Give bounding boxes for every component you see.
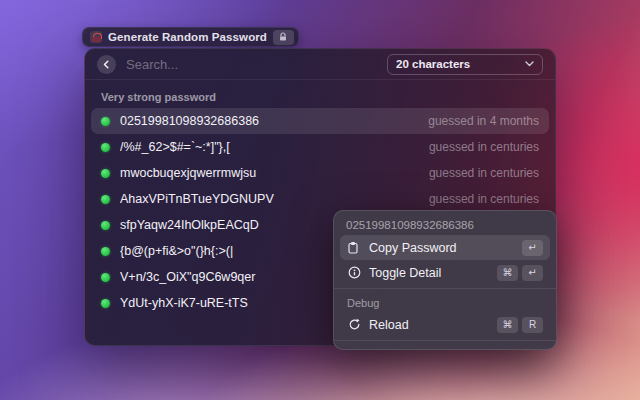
- password-extension-icon: [90, 31, 102, 43]
- action-search-input[interactable]: [334, 340, 556, 350]
- r-key-badge: R: [522, 317, 543, 333]
- menu-item-reload[interactable]: Reload ⌘ R: [340, 312, 550, 337]
- strength-dot-icon: [101, 169, 110, 178]
- password-text: 02519981098932686386: [120, 114, 418, 128]
- strength-dot-icon: [101, 143, 110, 152]
- strength-label: guessed in 4 months: [428, 114, 539, 128]
- password-text: /%#_62>$#=`~:*]"},[: [120, 140, 419, 154]
- character-count-dropdown[interactable]: 20 characters: [387, 54, 543, 75]
- return-key-badge: ↵: [522, 265, 543, 281]
- back-button[interactable]: [97, 55, 116, 74]
- command-tag[interactable]: Generate Random Password: [82, 27, 299, 47]
- section-header: Very strong password: [101, 91, 539, 103]
- menu-item-toggle-detail[interactable]: Toggle Detail ⌘ ↵: [340, 260, 550, 285]
- command-key-badge: ⌘: [497, 317, 518, 333]
- strength-dot-icon: [101, 117, 110, 126]
- strength-label: guessed in centuries: [429, 192, 539, 206]
- reload-icon: [347, 318, 361, 331]
- search-input[interactable]: [126, 57, 377, 72]
- command-key-badge: ⌘: [497, 265, 518, 281]
- menu-item-label: Copy Password: [369, 241, 514, 255]
- strength-dot-icon: [101, 273, 110, 282]
- toggle-detail-icon: [347, 266, 361, 279]
- strength-dot-icon: [101, 221, 110, 230]
- window-header: 20 characters: [85, 49, 555, 80]
- list-item[interactable]: /%#_62>$#=`~:*]"},[ guessed in centuries: [91, 134, 549, 160]
- chevron-down-icon: [525, 61, 534, 67]
- strength-dot-icon: [101, 195, 110, 204]
- chevron-left-icon: [102, 60, 111, 69]
- password-text: AhaxVPiTnBTueYDGNUPV: [120, 192, 419, 206]
- command-tag-label: Generate Random Password: [108, 31, 267, 43]
- list-item[interactable]: mwocbuqexjqwerrmwjsu guessed in centurie…: [91, 160, 549, 186]
- strength-label: guessed in centuries: [429, 166, 539, 180]
- strength-label: guessed in centuries: [429, 140, 539, 154]
- return-key-badge: ↵: [522, 240, 543, 256]
- menu-item-label: Reload: [369, 318, 489, 332]
- strength-dot-icon: [101, 247, 110, 256]
- actions-menu: 02519981098932686386 Copy Password ↵ Tog…: [333, 210, 557, 350]
- list-item[interactable]: AhaxVPiTnBTueYDGNUPV guessed in centurie…: [91, 186, 549, 212]
- menu-item-label: Toggle Detail: [369, 266, 489, 280]
- menu-divider: [334, 288, 556, 289]
- dropdown-value: 20 characters: [396, 58, 470, 70]
- strength-dot-icon: [101, 299, 110, 308]
- menu-section-debug: Debug: [340, 292, 550, 312]
- actions-menu-title: 02519981098932686386: [340, 213, 550, 235]
- menu-item-copy-password[interactable]: Copy Password ↵: [340, 235, 550, 260]
- desktop-background: Generate Random Password 20 characters V…: [0, 0, 640, 400]
- list-item[interactable]: 02519981098932686386 guessed in 4 months: [91, 108, 549, 134]
- password-text: mwocbuqexjqwerrmwjsu: [120, 166, 419, 180]
- clipboard-icon: [347, 241, 361, 254]
- lock-icon: [273, 30, 294, 45]
